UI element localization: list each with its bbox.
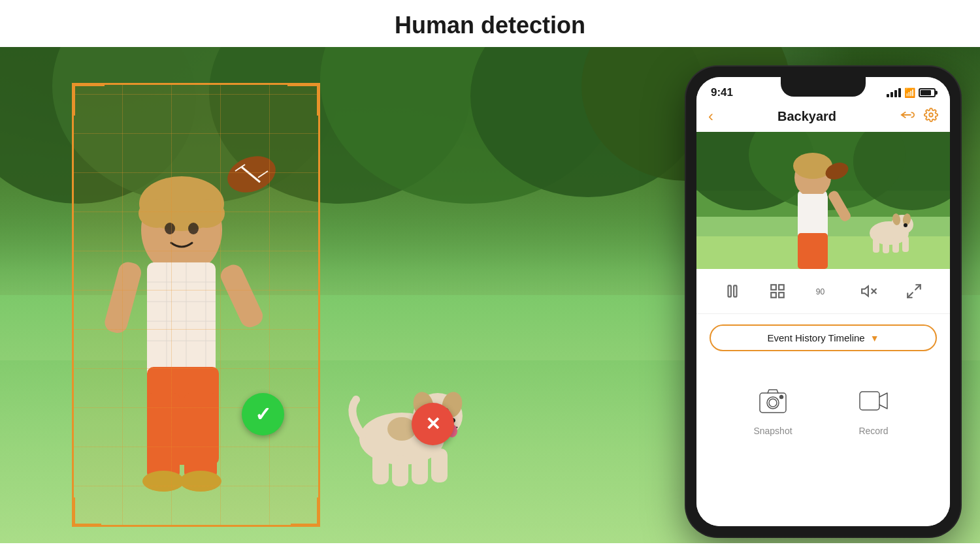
page-header: Human detection	[0, 0, 980, 47]
svg-rect-42	[412, 452, 428, 484]
svg-rect-72	[772, 285, 777, 290]
snapshot-button[interactable]: Snapshot	[753, 381, 792, 436]
svg-rect-75	[779, 292, 785, 298]
bottom-actions: Snapshot Record	[696, 362, 950, 526]
svg-rect-43	[431, 449, 448, 482]
page-title: Human detection	[0, 12, 980, 39]
signal-bar-2	[890, 92, 893, 97]
svg-point-84	[769, 399, 777, 407]
svg-point-46	[929, 113, 933, 117]
video-icon	[858, 385, 889, 417]
camera-feed	[696, 132, 950, 269]
corner-br	[291, 497, 320, 527]
detection-accept-badge[interactable]: ✓	[242, 393, 284, 435]
speed-button[interactable]: 90	[809, 277, 838, 306]
grid-button[interactable]	[763, 277, 792, 306]
battery-icon	[919, 88, 936, 97]
status-icons: 📶	[887, 87, 936, 98]
record-label: Record	[858, 426, 888, 436]
signal-bar-3	[894, 90, 897, 97]
svg-text:90: 90	[816, 287, 825, 296]
control-bar: 90	[696, 269, 950, 314]
corner-bl	[72, 497, 101, 527]
share-icon[interactable]	[900, 108, 915, 125]
svg-rect-74	[772, 292, 777, 298]
camera-preview	[696, 132, 950, 269]
signal-bars	[887, 88, 901, 97]
record-button[interactable]: Record	[854, 381, 893, 436]
battery-fill	[921, 90, 931, 95]
svg-rect-71	[734, 285, 736, 296]
snapshot-label: Snapshot	[753, 426, 792, 436]
record-icon-wrap	[854, 381, 893, 420]
svg-rect-57	[798, 194, 828, 240]
timeline-label: Event History Timeline	[767, 332, 864, 343]
status-time: 9:41	[711, 86, 733, 99]
svg-line-80	[915, 285, 921, 290]
svg-rect-70	[728, 285, 730, 296]
camera-title: Backyard	[777, 109, 836, 124]
settings-icon[interactable]	[924, 108, 938, 125]
snapshot-icon-wrap	[753, 381, 792, 420]
wifi-icon: 📶	[904, 87, 915, 98]
svg-point-65	[904, 223, 907, 227]
svg-marker-77	[862, 286, 868, 296]
signal-bar-1	[887, 94, 889, 97]
nav-bar: ‹ Backyard	[696, 103, 950, 132]
fullscreen-button[interactable]	[900, 277, 928, 306]
main-content: ✓ ✕ 9:41 📶	[0, 47, 980, 543]
phone-mockup: 9:41 📶 ‹ Backyard	[686, 67, 960, 537]
detection-box	[72, 83, 320, 527]
svg-rect-86	[860, 392, 879, 410]
pause-button[interactable]	[718, 277, 747, 306]
phone-notch	[781, 77, 866, 97]
svg-rect-58	[798, 233, 828, 269]
camera-icon	[757, 385, 789, 417]
svg-rect-68	[892, 238, 899, 253]
svg-point-85	[780, 396, 783, 399]
timeline-dropdown-button[interactable]: Event History Timeline ▼	[710, 324, 937, 351]
dropdown-arrow-icon: ▼	[870, 333, 879, 343]
back-button[interactable]: ‹	[708, 107, 713, 125]
svg-rect-67	[883, 240, 889, 253]
svg-rect-66	[873, 238, 879, 253]
svg-line-81	[907, 292, 913, 298]
phone-screen: 9:41 📶 ‹ Backyard	[696, 77, 950, 526]
detection-reject-badge[interactable]: ✕	[412, 403, 454, 445]
timeline-section: Event History Timeline ▼	[696, 314, 950, 362]
svg-rect-40	[372, 452, 389, 484]
detection-grid	[74, 85, 318, 525]
mute-button[interactable]	[855, 277, 883, 306]
svg-rect-41	[392, 455, 408, 486]
signal-bar-4	[898, 88, 901, 97]
svg-rect-73	[779, 285, 785, 290]
nav-actions	[900, 108, 938, 125]
svg-rect-69	[902, 236, 909, 252]
